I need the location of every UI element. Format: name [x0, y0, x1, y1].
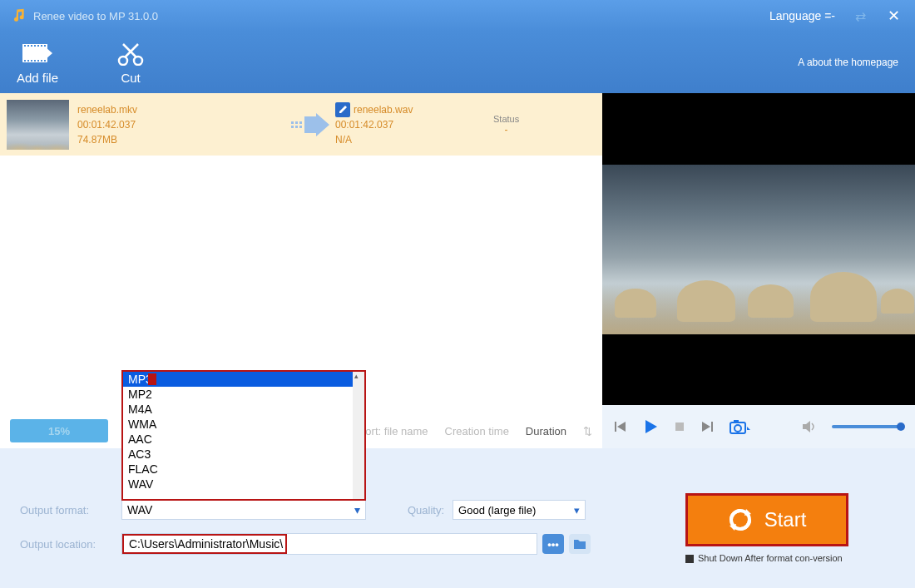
stop-button[interactable]	[674, 421, 685, 432]
svg-rect-7	[41, 45, 42, 47]
svg-line-19	[123, 44, 136, 57]
svg-rect-14	[41, 60, 42, 62]
about-homepage-link[interactable]: A about the homepage	[798, 57, 898, 68]
svg-point-17	[134, 57, 142, 65]
dropdown-scrollbar[interactable]	[353, 372, 364, 499]
quality-value: Good (large file)	[458, 504, 536, 516]
sort-direction-icon[interactable]: ⇅	[583, 425, 592, 437]
prev-track-button[interactable]	[614, 420, 627, 433]
shutdown-after-checkbox[interactable]: Shut Down After format con-version	[685, 553, 860, 563]
svg-rect-3	[27, 45, 29, 47]
svg-rect-12	[34, 60, 36, 62]
format-option[interactable]: WMA	[123, 417, 353, 432]
svg-rect-13	[37, 60, 39, 62]
svg-rect-11	[31, 60, 32, 62]
chevron-down-icon: ▾	[354, 503, 360, 516]
output-location-label: Output location:	[20, 538, 121, 551]
bottom-panel: Output format: MP3MP2M4AWMAAACAC3FLACWAV…	[0, 448, 915, 588]
output-location-input[interactable]: C:\Users\Administrator\Music\	[121, 533, 537, 555]
edit-output-name-icon[interactable]	[335, 102, 350, 117]
format-option[interactable]: MP3	[123, 372, 353, 387]
svg-rect-22	[299, 121, 302, 124]
svg-rect-28	[711, 422, 713, 432]
start-label: Start	[764, 508, 807, 531]
scissors-icon	[116, 41, 145, 66]
sort-label: Sort: file name	[359, 425, 428, 437]
output-format-label: Output format:	[20, 504, 121, 516]
cut-label: Cut	[121, 71, 140, 85]
source-filename: reneelab.mkv	[77, 102, 285, 117]
status-column: Status -	[493, 114, 519, 136]
svg-rect-5	[34, 45, 36, 47]
chevron-down-icon: ▾	[574, 504, 580, 516]
output-format-dropdown-list[interactable]: MP3MP2M4AWMAAACAC3FLACWAV	[121, 370, 366, 501]
play-button[interactable]	[642, 418, 659, 435]
output-info: reneelab.wav 00:01:42.037 N/A	[335, 102, 493, 147]
app-icon	[10, 7, 27, 24]
player-controls	[602, 405, 915, 448]
format-option[interactable]: FLAC	[123, 462, 353, 477]
arrow-icon	[285, 113, 335, 136]
svg-rect-23	[291, 126, 294, 128]
svg-rect-27	[675, 422, 684, 431]
file-row[interactable]: reneelab.mkv 00:01:42.037 74.87MB reneel…	[0, 93, 602, 156]
svg-rect-21	[295, 121, 298, 124]
svg-rect-24	[295, 126, 298, 128]
next-track-button[interactable]	[700, 420, 714, 433]
source-info: reneelab.mkv 00:01:42.037 74.87MB	[77, 102, 285, 147]
output-format-value: WAV	[127, 503, 152, 516]
output-size: N/A	[335, 132, 493, 147]
language-selector[interactable]: Language =-	[769, 9, 835, 22]
output-format-select[interactable]: WAV ▾	[121, 500, 366, 520]
status-header: Status	[493, 114, 519, 124]
output-filename: reneelab.wav	[354, 102, 413, 117]
app-title: Renee video to MP 31.0.0	[33, 10, 769, 22]
browse-location-button[interactable]: •••	[542, 534, 564, 554]
svg-rect-20	[291, 121, 294, 124]
cut-button[interactable]: Cut	[116, 41, 145, 85]
checkbox-icon	[685, 555, 694, 563]
svg-rect-9	[24, 60, 26, 62]
svg-rect-4	[31, 45, 32, 47]
svg-rect-8	[44, 45, 46, 47]
output-duration: 00:01:42.037	[335, 117, 493, 132]
add-file-button[interactable]: Add file	[17, 41, 58, 85]
film-icon	[22, 41, 52, 66]
sort-duration[interactable]: Duration	[526, 425, 566, 437]
svg-rect-26	[615, 422, 616, 432]
title-bar: Renee video to MP 31.0.0 Language =- ⇄ ✕	[0, 0, 915, 32]
preview-pane	[602, 93, 915, 448]
format-option[interactable]: M4A	[123, 402, 353, 417]
output-location-value: C:\Users\Administrator\Music\	[122, 534, 287, 554]
source-duration: 00:01:42.037	[77, 117, 285, 132]
source-thumbnail	[7, 100, 69, 150]
toolbar: Add file Cut A about the homepage	[0, 32, 915, 93]
quality-select[interactable]: Good (large file) ▾	[453, 500, 586, 520]
snapshot-button[interactable]	[729, 418, 750, 435]
start-button[interactable]: Start	[685, 493, 848, 546]
shutdown-label: Shut Down After format con-version	[698, 553, 843, 563]
add-file-label: Add file	[17, 71, 58, 85]
status-value: -	[493, 124, 519, 136]
svg-point-16	[119, 57, 127, 65]
refresh-icon	[728, 507, 753, 532]
open-folder-button[interactable]	[569, 534, 591, 554]
svg-rect-31	[734, 420, 739, 422]
preview-image	[602, 93, 915, 405]
svg-rect-25	[299, 126, 302, 128]
format-option[interactable]: MP2	[123, 387, 353, 402]
volume-icon[interactable]	[802, 420, 817, 433]
format-option[interactable]: AAC	[123, 432, 353, 447]
svg-line-18	[125, 44, 138, 57]
sort-creation-time[interactable]: Creation time	[445, 425, 509, 437]
quality-label: Quality:	[408, 504, 444, 516]
swap-icon[interactable]: ⇄	[855, 8, 866, 24]
svg-rect-15	[44, 60, 46, 62]
svg-rect-10	[27, 60, 29, 62]
close-button[interactable]: ✕	[883, 7, 905, 25]
volume-slider[interactable]	[832, 425, 903, 428]
format-option[interactable]: WAV	[123, 477, 353, 492]
format-option[interactable]: AC3	[123, 447, 353, 462]
svg-point-30	[734, 425, 741, 432]
svg-rect-6	[37, 45, 39, 47]
